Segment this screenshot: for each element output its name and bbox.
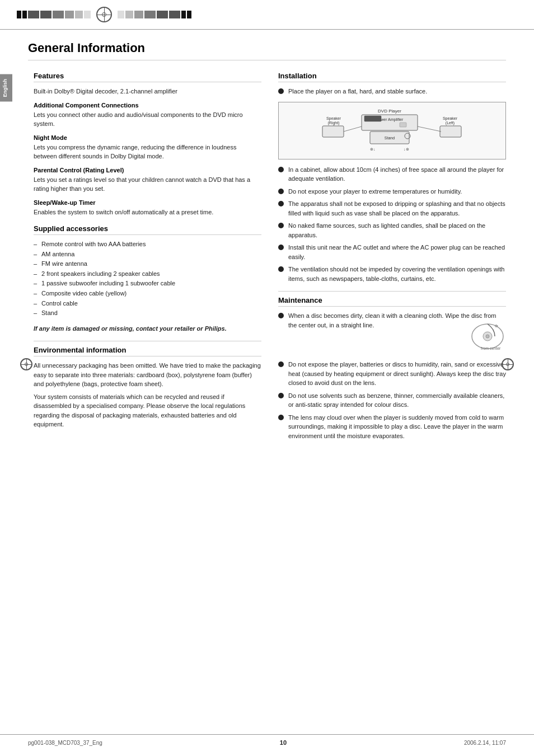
additional-component-text: Lets you connect other audio and audio/v…: [34, 110, 261, 129]
left-crosshair: [15, 358, 38, 370]
bullet-icon: [278, 313, 284, 318]
features-section: Features Built-in Dolby® Digital decoder…: [34, 72, 261, 217]
bullet-icon: [278, 223, 284, 228]
svg-text:(Left): (Left): [445, 121, 454, 125]
header-left-pattern: [17, 11, 91, 18]
svg-rect-13: [440, 126, 461, 137]
header-block: [118, 11, 124, 18]
header-block: [157, 11, 168, 18]
svg-text:Stand: Stand: [384, 136, 394, 140]
header-block: [40, 11, 51, 18]
bullet-icon: [278, 415, 284, 420]
maintenance-list: When a disc becomes dirty, clean it with…: [278, 311, 506, 440]
header-right-pattern: [118, 11, 191, 18]
svg-text:DVD Player: DVD Player: [378, 109, 401, 114]
accessories-list: Remote control with two AAA batteries AM…: [34, 240, 261, 318]
environmental-title: Environmental information: [34, 346, 261, 356]
features-title: Features: [34, 72, 261, 82]
svg-rect-4: [400, 123, 406, 127]
two-column-layout: Features Built-in Dolby® Digital decoder…: [28, 72, 506, 446]
svg-text:from center: from center: [481, 346, 501, 350]
svg-text:⟳: ⟳: [495, 324, 498, 328]
parental-control-text: Lets you set a ratings level so that you…: [34, 175, 261, 194]
list-item: No naked flame sources, such as lighted …: [278, 221, 506, 240]
bullet-icon: [278, 88, 284, 94]
environmental-paragraph1: All unnecessary packaging has been omitt…: [34, 361, 261, 389]
bullet-icon: [278, 201, 284, 206]
header-block: [84, 11, 91, 18]
svg-text:⊕↓: ⊕↓: [370, 147, 376, 151]
header-block: [28, 11, 39, 18]
installation-section: Installation Place the player on a flat,…: [278, 72, 506, 283]
header-block: [181, 11, 186, 18]
bullet-icon: [278, 245, 284, 250]
list-item: Remote control with two AAA batteries: [34, 240, 261, 250]
list-item: Do not expose your player to extreme tem…: [278, 187, 506, 196]
crosshair-inner: [102, 12, 106, 17]
environmental-paragraph2: Your system consists of materials which …: [34, 392, 261, 429]
environmental-section: Environmental information All unnecessar…: [34, 341, 261, 429]
list-item: Control cable: [34, 299, 261, 309]
header-block: [134, 11, 143, 18]
maintenance-disc-image: ⟳ from center: [470, 321, 506, 354]
crosshair-icon: [96, 7, 112, 22]
list-item: 1 passive subwoofer including 1 subwoofe…: [34, 279, 261, 289]
right-column: Installation Place the player on a flat,…: [278, 72, 506, 446]
crosshair-icon: [502, 358, 514, 370]
page-number: 10: [280, 739, 287, 746]
list-item: Do not expose the player, batteries or d…: [278, 360, 506, 388]
accessories-title: Supplied accessories: [34, 224, 261, 235]
header-block: [125, 11, 133, 18]
header-block: [65, 11, 74, 18]
bullet-icon: [278, 361, 284, 367]
svg-text:(Right): (Right): [327, 121, 339, 125]
header-block: [144, 11, 156, 18]
list-item: AM antenna: [34, 250, 261, 260]
system-diagram-svg: DVD Player Power Amplifier Stand Speaker…: [317, 107, 468, 154]
list-item: When a disc becomes dirty, clean it with…: [278, 311, 506, 356]
svg-line-14: [344, 126, 362, 132]
list-item: The ventilation should not be impeded by…: [278, 265, 506, 283]
night-mode-text: Lets you compress the dynamic range, red…: [34, 143, 261, 161]
accessories-section: Supplied accessories Remote control with…: [34, 224, 261, 333]
list-item: In a cabinet, allow about 10cm (4 inches…: [278, 165, 506, 184]
sleep-wake-title: Sleep/Wake-up Timer: [34, 199, 261, 206]
disc-cleaning-svg: ⟳ from center: [470, 321, 506, 351]
list-item: Composite video cable (yellow): [34, 289, 261, 299]
svg-rect-3: [364, 116, 381, 121]
header-bar: [0, 0, 534, 30]
bullet-icon: [278, 189, 284, 194]
svg-text:↓⊕: ↓⊕: [404, 147, 409, 151]
list-item: The lens may cloud over when the player …: [278, 413, 506, 441]
installation-list: Place the player on a flat, hard, and st…: [278, 87, 506, 96]
list-item: The apparatus shall not be exposed to dr…: [278, 199, 506, 218]
features-intro: Built-in Dolby® Digital decoder, 2.1-cha…: [34, 87, 261, 96]
list-item: Place the player on a flat, hard, and st…: [278, 87, 506, 96]
header-block: [53, 11, 64, 18]
svg-rect-10: [322, 126, 344, 137]
maintenance-title: Maintenance: [278, 296, 506, 307]
sleep-wake-text: Enables the system to switch on/off auto…: [34, 208, 261, 217]
right-crosshair: [496, 358, 519, 370]
footer: pg001-038_MCD703_37_Eng 10 2006.2.14, 11…: [0, 734, 534, 750]
bullet-icon: [278, 266, 284, 272]
crosshair-icon: [20, 358, 32, 370]
page-title: General Information: [28, 41, 506, 60]
header-block: [22, 11, 27, 18]
installation-diagram: DVD Player Power Amplifier Stand Speaker…: [278, 102, 506, 159]
language-tab: English: [0, 74, 12, 102]
parental-control-title: Parental Control (Rating Level): [34, 167, 261, 173]
footer-left-text: pg001-038_MCD703_37_Eng: [28, 740, 102, 746]
bullet-icon: [278, 167, 284, 172]
main-content: English General Information Features Bui…: [0, 30, 534, 463]
list-item: Do not use solvents such as benzene, thi…: [278, 391, 506, 410]
night-mode-title: Night Mode: [34, 134, 261, 141]
additional-component-title: Additional Component Connections: [34, 102, 261, 109]
list-item: Stand: [34, 308, 261, 318]
maintenance-section: Maintenance When a disc becomes dirty, c…: [278, 291, 506, 440]
list-item: FM wire antenna: [34, 259, 261, 269]
crosshair-inner: [25, 363, 28, 366]
list-item: Install this unit near the AC outlet and…: [278, 243, 506, 261]
bullet-icon: [278, 393, 284, 398]
svg-point-20: [486, 335, 489, 338]
